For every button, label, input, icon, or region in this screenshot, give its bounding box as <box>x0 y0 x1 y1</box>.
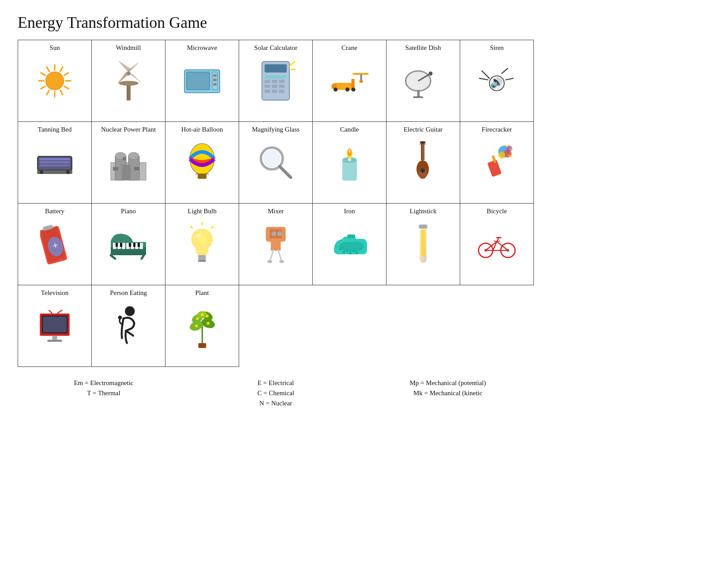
cell-label: Bicycle <box>462 207 532 215</box>
lightstick-icon <box>388 218 458 271</box>
grid-cell-r0-c1: Windmill <box>92 40 165 122</box>
grid-cell-r3-c2: Plant <box>165 285 239 367</box>
svg-rect-38 <box>279 90 285 93</box>
legend-em: Em = Electromagnetic <box>74 379 133 387</box>
svg-point-46 <box>352 87 356 91</box>
cell-label: Windmill <box>94 44 163 52</box>
cell-label: Nuclear Power Plant <box>94 125 163 133</box>
electric-guitar-icon <box>388 136 458 189</box>
svg-point-196 <box>201 313 204 316</box>
svg-point-154 <box>339 248 342 250</box>
svg-point-157 <box>359 248 362 250</box>
svg-point-155 <box>346 249 349 252</box>
svg-rect-76 <box>122 165 131 180</box>
cell-label: Microwave <box>167 44 237 52</box>
svg-line-148 <box>278 250 282 262</box>
svg-rect-30 <box>265 80 270 83</box>
svg-rect-36 <box>265 90 270 93</box>
legend-col-3: Mp = Mechanical (potential) Mk = Mechani… <box>362 379 534 407</box>
svg-rect-134 <box>198 255 206 257</box>
svg-rect-35 <box>279 85 285 88</box>
cell-label: Magnifying Glass <box>241 125 311 133</box>
svg-rect-77 <box>113 167 118 170</box>
plant-icon <box>167 299 237 352</box>
grid-cell-r3-c6 <box>460 285 534 367</box>
legend-mp: Mp = Mechanical (potential) <box>410 379 486 387</box>
svg-point-70 <box>66 170 70 174</box>
svg-rect-37 <box>272 90 278 93</box>
svg-rect-67 <box>39 164 70 166</box>
svg-rect-181 <box>47 340 62 342</box>
piano-icon <box>94 218 163 271</box>
hot-air-balloon-icon <box>167 136 237 189</box>
grid-cell-r3-c3 <box>239 285 313 367</box>
cell-label: Crane <box>315 44 384 52</box>
solar-calculator-icon <box>241 54 311 107</box>
candle-icon <box>315 136 384 189</box>
svg-rect-197 <box>198 343 206 348</box>
grid-cell-r0-c3: Solar Calculator <box>239 40 313 122</box>
svg-point-44 <box>334 87 338 91</box>
svg-rect-135 <box>198 257 206 260</box>
svg-rect-13 <box>127 83 131 101</box>
cell-label: Piano <box>94 207 163 215</box>
svg-line-58 <box>482 71 489 79</box>
svg-point-107 <box>498 151 505 159</box>
svg-point-97 <box>420 168 425 173</box>
svg-rect-162 <box>421 230 425 257</box>
cell-label: Solar Calculator <box>241 44 311 52</box>
cell-label: Sun <box>20 44 90 52</box>
svg-rect-121 <box>122 243 125 249</box>
person-eating-icon <box>94 299 163 352</box>
svg-line-147 <box>270 250 274 262</box>
svg-point-149 <box>267 260 272 263</box>
firecracker-icon <box>462 136 532 189</box>
windmill-icon <box>94 54 163 107</box>
svg-line-5 <box>47 90 49 94</box>
svg-rect-146 <box>271 241 281 251</box>
svg-rect-28 <box>265 64 287 73</box>
svg-rect-23 <box>213 74 217 77</box>
legend-n: N = Nuclear <box>259 400 292 407</box>
grid-cell-r2-c0: Battery + <box>18 204 92 285</box>
legend-section: Em = Electromagnetic T = Thermal E = Ele… <box>18 379 534 407</box>
svg-rect-88 <box>342 160 356 181</box>
svg-rect-65 <box>39 158 70 160</box>
svg-point-158 <box>342 251 345 253</box>
svg-rect-153 <box>347 234 355 238</box>
svg-rect-82 <box>198 174 206 179</box>
cell-label: Candle <box>315 125 384 133</box>
svg-point-101 <box>420 143 421 145</box>
iron-icon <box>315 218 384 271</box>
grid-cell-r0-c2: Microwave <box>165 40 239 122</box>
svg-rect-66 <box>39 161 70 163</box>
svg-point-192 <box>195 325 198 328</box>
svg-point-156 <box>353 249 355 252</box>
svg-point-194 <box>196 317 199 320</box>
grid-cell-r0-c0: Sun <box>18 40 92 122</box>
svg-line-83 <box>195 174 198 174</box>
cell-label: Battery <box>20 207 90 215</box>
svg-rect-32 <box>279 80 285 83</box>
svg-rect-31 <box>272 80 278 83</box>
cell-label: Lightstick <box>388 207 458 215</box>
grid-cell-r1-c1: Nuclear Power Plant ☢ <box>92 122 165 204</box>
grid-cell-r0-c6: Siren 🔊 🔉 <box>460 40 534 122</box>
svg-line-6 <box>41 86 45 89</box>
svg-point-53 <box>428 72 432 76</box>
grid-cell-r0-c5: Satellite Dish <box>387 40 460 122</box>
grid-cell-r2-c5: Lightstick <box>387 204 460 285</box>
legend-col-1: Em = Electromagnetic T = Thermal <box>18 379 190 407</box>
grid-cell-r1-c2: Hot-air Balloon <box>165 122 239 204</box>
cell-label: Light Bulb <box>167 207 237 215</box>
svg-line-40 <box>291 69 295 70</box>
grid-cell-r1-c0: Tanning Bed <box>18 122 92 204</box>
grid-cell-r2-c4: Iron <box>313 204 387 285</box>
svg-point-93 <box>349 149 350 153</box>
svg-point-159 <box>349 252 352 254</box>
grid-cell-r1-c6: Firecracker <box>460 122 534 204</box>
svg-rect-55 <box>413 96 424 98</box>
svg-line-11 <box>60 67 63 72</box>
svg-line-140 <box>212 227 213 228</box>
svg-rect-179 <box>43 317 67 333</box>
